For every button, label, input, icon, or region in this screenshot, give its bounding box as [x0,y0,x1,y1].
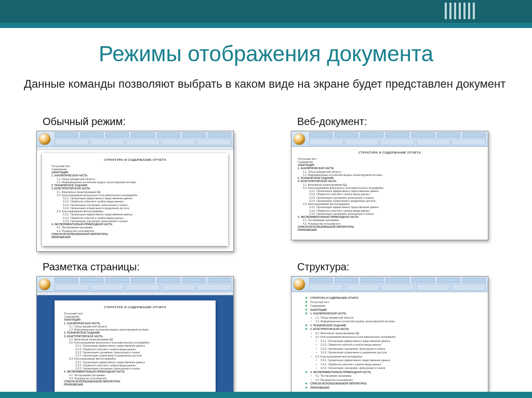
work-area: СТРУКТУРА И СОДЕРЖАНИЕ ОТЧЕТА Титульный … [37,150,233,251]
slide: Режимы отображения документа Данные кома… [0,0,532,398]
cell-outline: Структура: СТРУКТУРА И СОДЕРЖАНИЕ ОТЧЕТА… [291,261,514,398]
cell-web: Веб-документ: СТРУКТУРА И СОДЕРЖАНИЕ ОТЧ… [291,116,514,252]
screenshot-outline-view: СТРУКТУРА И СОДЕРЖАНИЕ ОТЧЕТАТитульный л… [291,276,488,398]
toc-line: ПРИЛОЖЕНИЯ [51,236,219,239]
outline-row: 1.1. Обзор предметной области [309,316,483,320]
cell-normal: Обычный режим: СТРУКТУРА И СОДЕРЖАНИЕ ОТ… [36,116,260,252]
outline-row: 1. АНАЛИТИЧЕСКАЯ ЧАСТЬ [304,312,483,316]
outline-row: 3.1. Физическое проектирование БД [309,332,483,336]
screenshot-web-layout: СТРУКТУРА И СОДЕРЖАНИЕ ОТЧЕТА Титульный … [291,131,488,240]
outline-row: 3.3. Конструирование веб-интерфейса [309,355,483,359]
doc-heading: СТРУКТУРА И СОДЕРЖАНИЕ ОТЧЕТА [64,306,206,310]
screenshot-normal-view: СТРУКТУРА И СОДЕРЖАНИЕ ОТЧЕТА Титульный … [36,131,234,252]
outline-row: 4.1. Тестирование программы [309,374,483,378]
doc-heading: СТРУКТУРА И СОДЕРЖАНИЕ ОТЧЕТА [310,296,358,299]
toc-line: ПРИЛОЖЕНИЯ [298,228,482,231]
label-normal: Обычный режим: [43,116,260,128]
outline-row: 3. КОНСТРУКТОРСКАЯ ЧАСТЬ [304,327,483,332]
slide-subtitle: Данные команды позволяют выбрать в каком… [24,76,507,92]
label-pagelayout: Разметка страницы: [43,261,260,273]
word-ribbon [37,277,233,292]
header-bar [0,0,532,23]
cell-pagelayout: Разметка страницы: СТРУКТУРА И СОДЕРЖАНИ… [36,261,260,398]
work-area: СТРУКТУРА И СОДЕРЖАНИЕ ОТЧЕТАТитульный л… [291,292,488,398]
word-ribbon [291,131,488,147]
outline-body: СТРУКТУРА И СОДЕРЖАНИЕ ОТЧЕТАТитульный л… [304,296,483,390]
outline-row: 3.2.1. Организация эффективного представ… [314,339,483,344]
outline-row: 3.2.4. Организация ограничения и разделе… [314,351,483,355]
doc-heading: СТРУКТУРА И СОДЕРЖАНИЕ ОТЧЕТА [298,151,482,155]
toc: Титульный листСодержаниеАННОТАЦИЯ1. АНАЛ… [298,157,482,232]
outline-row: 3.2.3. Организация сортировки, фильтраци… [314,347,483,351]
outline-row: Содержание [304,304,483,308]
outline-row: ПРИЛОЖЕНИЯ [304,386,483,390]
outline-row: Титульный лист [304,300,483,305]
doc-heading: СТРУКТУРА И СОДЕРЖАНИЕ ОТЧЕТА [51,158,219,162]
slide-title: Режимы отображения документа [0,42,532,66]
header-decoration [445,3,475,19]
outline-row: АННОТАЦИЯ [304,308,483,312]
screenshots-grid: Обычный режим: СТРУКТУРА И СОДЕРЖАНИЕ ОТ… [36,116,504,398]
screenshot-page-layout: СТРУКТУРА И СОДЕРЖАНИЕ ОТЧЕТА Титульный … [36,276,234,398]
footer-bar [0,392,532,398]
work-area: СТРУКТУРА И СОДЕРЖАНИЕ ОТЧЕТА Титульный … [37,295,233,398]
label-web: Веб-документ: [297,116,514,128]
outline-row: 3.3.3. Организация сортировки, фильтраци… [314,366,483,370]
outline-row: 3.3.2. Обработка событий и ошибок ввода … [314,363,483,367]
word-ribbon [291,277,488,292]
header-accent [0,23,532,28]
outline-row: СТРУКТУРА И СОДЕРЖАНИЕ ОТЧЕТА [304,296,483,300]
toc: Титульный листСодержаниеАННОТАЦИЯ1. АНАЛ… [51,164,219,239]
outline-row: 3.3.1. Организация эффективного представ… [314,359,483,363]
outline-row: 4. ЭКСПЕРИМЕНТАЛЬНО-ПРИКЛАДНАЯ ЧАСТЬ [304,370,483,375]
toc-line: ПРИЛОЖЕНИЯ [64,383,206,386]
outline-row: 3.2. Конструирование визуального пользов… [309,335,483,339]
outline-row: 1.2. Информационно-логическая модель про… [309,320,483,324]
outline-row: СПИСОК ИСПОЛЬЗОВАННОЙ ЛИТЕРАТУРЫ [304,382,483,386]
work-area: СТРУКТУРА И СОДЕРЖАНИЕ ОТЧЕТА Титульный … [291,147,488,240]
label-outline: Структура: [297,261,514,273]
outline-row: 3.2.2. Обработка событий и ошибок ввода … [314,343,483,347]
word-ribbon [37,131,233,147]
outline-row: 2. ТЕХНИЧЕСКОЕ ЗАДАНИЕ [304,324,483,328]
toc: Титульный листСодержаниеАННОТАЦИЯ1. АНАЛ… [64,312,206,387]
